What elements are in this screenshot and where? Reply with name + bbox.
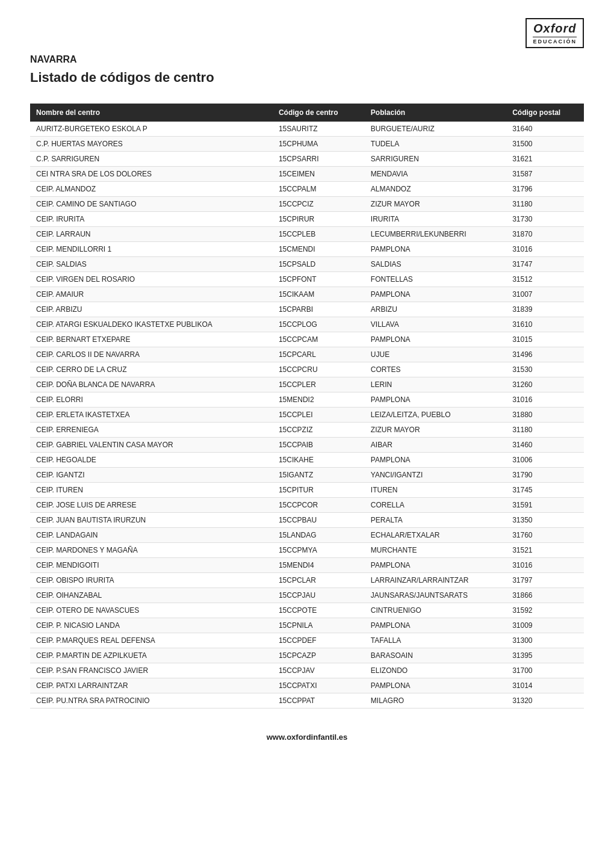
table-cell-0: CEIP. OIHANZABAL	[30, 588, 273, 603]
table-cell-3: 31796	[506, 182, 584, 197]
table-row: CEIP. OTERO DE NAVASCUES15CCPOTECINTRUEN…	[30, 603, 584, 618]
table-row: CEIP. ERRENIEGA15CCPZIZZIZUR MAYOR31180	[30, 423, 584, 438]
table-cell-3: 31350	[506, 513, 584, 528]
table-cell-0: CEIP. ALMANDOZ	[30, 182, 273, 197]
table-cell-1: 15CPFONT	[273, 272, 365, 287]
table-row: CEIP. ALMANDOZ15CCPALMALMANDOZ31796	[30, 182, 584, 197]
table-cell-3: 31870	[506, 227, 584, 242]
table-row: CEIP. OBISPO IRURITA15CPCLARLARRAINZAR/L…	[30, 573, 584, 588]
table-cell-2: PAMPLONA	[365, 453, 506, 468]
page-title: Listado de códigos de centro	[30, 70, 584, 85]
table-cell-1: 15CCPLER	[273, 377, 365, 392]
table-cell-1: 15CPCAZP	[273, 648, 365, 663]
table-cell-1: 15SAURITZ	[273, 122, 365, 137]
table-cell-0: CEIP. IRURITA	[30, 212, 273, 227]
table-cell-1: 15CCPLEB	[273, 227, 365, 242]
table-cell-1: 15CCPDEF	[273, 633, 365, 648]
table-cell-2: CINTRUENIGO	[365, 603, 506, 618]
table-cell-0: CEIP. JOSE LUIS DE ARRESE	[30, 498, 273, 513]
table-cell-2: ZIZUR MAYOR	[365, 423, 506, 438]
center-codes-table: Nombre del centro Código de centro Pobla…	[30, 104, 584, 708]
table-row: CEIP. P.SAN FRANCISCO JAVIER15CCPJAVELIZ…	[30, 663, 584, 678]
table-cell-1: 15LANDAG	[273, 528, 365, 543]
table-cell-1: 15CCPCOR	[273, 498, 365, 513]
table-cell-1: 15CCPLEI	[273, 408, 365, 423]
table-cell-1: 15CPARBI	[273, 302, 365, 317]
table-cell-2: LECUMBERRI/LEKUNBERRI	[365, 227, 506, 242]
table-cell-1: 15CCPAIB	[273, 438, 365, 453]
table-cell-0: CEIP. BERNART ETXEPARE	[30, 332, 273, 347]
table-cell-3: 31745	[506, 483, 584, 498]
table-cell-2: ALMANDOZ	[365, 182, 506, 197]
table-cell-3: 31500	[506, 137, 584, 152]
table-row: CEIP. P.MARQUES REAL DEFENSA15CCPDEFTAFA…	[30, 633, 584, 648]
table-cell-2: TUDELA	[365, 137, 506, 152]
table-cell-3: 31014	[506, 678, 584, 693]
table-cell-2: VILLAVA	[365, 317, 506, 332]
table-cell-3: 31747	[506, 257, 584, 272]
table-cell-3: 31880	[506, 408, 584, 423]
col-header-code: Código de centro	[273, 104, 365, 122]
table-row: CEIP. MARDONES Y MAGAÑA15CCPMYAMURCHANTE…	[30, 543, 584, 558]
table-cell-1: 15CPSALD	[273, 257, 365, 272]
table-cell-3: 31180	[506, 423, 584, 438]
table-cell-3: 31797	[506, 573, 584, 588]
table-cell-1: 15CCPCAM	[273, 332, 365, 347]
table-cell-2: LERIN	[365, 377, 506, 392]
table-row: CEIP. ERLETA IKASTETXEA15CCPLEILEIZA/LEI…	[30, 408, 584, 423]
table-cell-2: FONTELLAS	[365, 272, 506, 287]
table-cell-0: CEIP. CAMINO DE SANTIAGO	[30, 197, 273, 212]
table-cell-1: 15CMENDI	[273, 242, 365, 257]
table-cell-2: ELIZONDO	[365, 663, 506, 678]
table-cell-1: 15CCPCIZ	[273, 197, 365, 212]
table-row: CEIP. PATXI LARRAINTZAR15CCPATXIPAMPLONA…	[30, 678, 584, 693]
table-cell-0: CEIP. CARLOS II DE NAVARRA	[30, 347, 273, 362]
table-cell-3: 31760	[506, 528, 584, 543]
table-cell-0: CEIP. CERRO DE LA CRUZ	[30, 362, 273, 377]
table-cell-2: JAUNSARAS/JAUNTSARATS	[365, 588, 506, 603]
table-cell-1: 15CEIMEN	[273, 167, 365, 182]
table-cell-2: CORELLA	[365, 498, 506, 513]
table-cell-1: 15CPIRUR	[273, 212, 365, 227]
table-cell-2: BARASOAIN	[365, 648, 506, 663]
table-cell-1: 15CCPALM	[273, 182, 365, 197]
table-row: AURITZ-BURGETEKO ESKOLA P15SAURITZBURGUE…	[30, 122, 584, 137]
table-cell-0: CEI NTRA SRA DE LOS DOLORES	[30, 167, 273, 182]
table-cell-2: PAMPLONA	[365, 558, 506, 573]
table-cell-1: 15CCPCRU	[273, 362, 365, 377]
logo-educacion-text: EDUCACIÓN	[533, 37, 577, 45]
table-cell-0: CEIP. SALDIAS	[30, 257, 273, 272]
table-cell-2: PAMPLONA	[365, 287, 506, 302]
table-row: CEIP. ARBIZU15CPARBIARBIZU31839	[30, 302, 584, 317]
table-cell-3: 31839	[506, 302, 584, 317]
col-header-postal: Código postal	[506, 104, 584, 122]
page: Oxford EDUCACIÓN NAVARRA Listado de códi…	[0, 0, 614, 778]
table-cell-3: 31016	[506, 392, 584, 408]
table-row: CEIP. P. NICASIO LANDA15CPNILAPAMPLONA31…	[30, 618, 584, 633]
table-row: CEIP. GABRIEL VALENTIN CASA MAYOR15CCPAI…	[30, 438, 584, 453]
table-cell-3: 31300	[506, 633, 584, 648]
table-cell-0: CEIP. ATARGI ESKUALDEKO IKASTETXE PUBLIK…	[30, 317, 273, 332]
table-cell-1: 15CCPBAU	[273, 513, 365, 528]
region-title: NAVARRA	[30, 54, 584, 65]
logo-area: Oxford EDUCACIÓN	[30, 18, 584, 48]
table-cell-0: CEIP. LANDAGAIN	[30, 528, 273, 543]
table-row: CEIP. DOÑA BLANCA DE NAVARRA15CCPLERLERI…	[30, 377, 584, 392]
table-cell-0: CEIP. P.SAN FRANCISCO JAVIER	[30, 663, 273, 678]
table-row: CEIP. CARLOS II DE NAVARRA15CPCARLUJUE31…	[30, 347, 584, 362]
table-row: CEIP. CAMINO DE SANTIAGO15CCPCIZZIZUR MA…	[30, 197, 584, 212]
table-cell-1: 15CPSARRI	[273, 152, 365, 167]
table-cell-0: CEIP. ERRENIEGA	[30, 423, 273, 438]
table-row: CEI NTRA SRA DE LOS DOLORES15CEIMENMENDA…	[30, 167, 584, 182]
table-cell-3: 31530	[506, 362, 584, 377]
table-cell-0: CEIP. LARRAUN	[30, 227, 273, 242]
table-cell-0: CEIP. MENDIGOITI	[30, 558, 273, 573]
table-row: CEIP. IRURITA15CPIRURIRURITA31730	[30, 212, 584, 227]
table-row: CEIP. ATARGI ESKUALDEKO IKASTETXE PUBLIK…	[30, 317, 584, 332]
table-cell-2: YANCI/IGANTZI	[365, 468, 506, 483]
table-cell-2: PAMPLONA	[365, 332, 506, 347]
table-cell-2: ECHALAR/ETXALAR	[365, 528, 506, 543]
table-cell-3: 31700	[506, 663, 584, 678]
table-row: CEIP. SALDIAS15CPSALDSALDIAS31747	[30, 257, 584, 272]
table-cell-2: AIBAR	[365, 438, 506, 453]
